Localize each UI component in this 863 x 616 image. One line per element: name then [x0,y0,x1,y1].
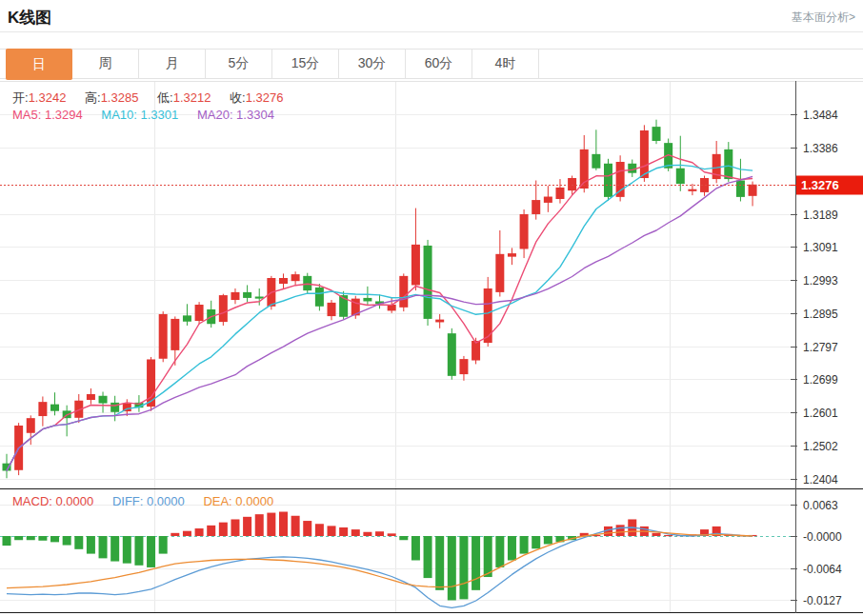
candle-body [219,295,228,322]
candle-body [544,197,552,203]
candle-body [87,394,95,400]
macd-bar [495,536,504,567]
candle-body [399,276,408,308]
macd-bar [219,523,228,536]
macd-bar [159,536,168,554]
macd-bar [424,536,432,578]
price-axis-label: 1.2502 [803,440,838,453]
close-value: 1.3276 [246,90,284,105]
macd-bar [3,536,11,546]
close-label: 收: [230,90,246,105]
price-axis-label: 1.2601 [803,407,838,420]
candle-body [171,319,179,350]
macd-bar [183,531,191,536]
macd-bar [520,536,529,554]
macd-bar [50,536,59,542]
low-label: 低: [157,90,173,105]
candle-body [255,297,264,299]
macd-histogram [3,512,757,601]
ma10-value: MA10: 1.3301 [101,108,178,122]
candle-body [532,200,540,214]
candle-body [652,127,661,141]
candle-body [495,254,504,292]
macd-header: MACD: 0.0000 DIFF: 0.0000 DEA: 0.0000 [12,494,289,508]
macd-bar [616,525,625,536]
macd-bar [255,514,264,536]
candle-body [568,178,576,190]
price-axis-label: 1.3091 [803,241,838,254]
candle-body [472,341,480,361]
macd-bar [435,536,444,590]
macd-bar [243,517,251,536]
macd-bar [38,536,47,541]
price-axis-label: 1.3189 [803,209,838,222]
macd-bar [664,535,672,536]
macd-bar [484,536,492,577]
candle-body [99,396,108,404]
candle-body [195,305,204,321]
low-value: 1.3212 [173,90,211,105]
candle-body [50,405,59,411]
macd-bar [459,536,468,599]
candle-body [484,288,492,343]
macd-bar [279,512,288,537]
macd-bar [339,527,348,536]
ma20-value: MA20: 1.3304 [197,108,274,122]
candle-body [303,276,311,290]
candle-body [315,288,324,307]
ma5-line [7,155,753,471]
candle-body [592,154,600,169]
candle-body [749,185,757,196]
price-axis-label: 1.2404 [803,473,838,487]
macd-bar [508,536,516,561]
open-label: 开: [12,90,29,105]
macd-value: MACD: 0.0000 [12,494,93,508]
candle-body [448,333,456,376]
macd-bar [303,521,311,536]
ma5-value: MA5: 1.3294 [12,108,83,122]
price-axis-label: 1.2993 [803,274,838,288]
candle-body [736,181,745,197]
macd-axis-label: -0.0000 [803,530,842,544]
candle-body [520,214,529,249]
candle-body [724,149,733,179]
candle-body [508,253,516,257]
candle-body [435,320,444,323]
macd-bar [291,516,300,536]
macd-bar [351,529,360,536]
high-label: 高: [85,90,101,105]
candle-body [183,315,191,321]
macd-bar [328,526,336,536]
macd-bar [207,526,215,536]
price-axis-label: 1.2699 [803,373,838,387]
macd-bar [74,536,83,549]
candle-body [27,418,35,433]
macd-axis-label: 0.0063 [803,499,838,512]
candle-body [243,292,251,298]
ma20-line [7,176,753,470]
macd-bar [652,533,661,536]
candle-body [604,164,612,197]
candle-body [231,292,239,300]
macd-bar [14,536,23,540]
macd-bar [388,533,396,536]
candle-body [328,303,336,316]
candle-body [555,188,564,199]
current-price-badge-text: 1.3276 [801,178,839,192]
macd-bar [448,536,456,600]
macd-bar [110,536,119,562]
kline-widget: K线图 基本面分析> 日 周 月 5分 15分 30分 60分 4时 1.348… [0,0,863,616]
high-value: 1.3285 [101,90,139,105]
macd-bar [99,536,108,558]
macd-bar [267,513,275,536]
macd-bar [375,531,384,536]
candle-body [411,245,420,286]
price-axis-label: 1.3386 [803,142,838,155]
candles-layer [3,120,757,479]
macd-bar [363,532,371,536]
candle-body [459,359,468,374]
macd-bar [123,536,131,564]
macd-bar [134,536,143,566]
macd-bar [195,528,204,536]
macd-bar [147,536,155,567]
